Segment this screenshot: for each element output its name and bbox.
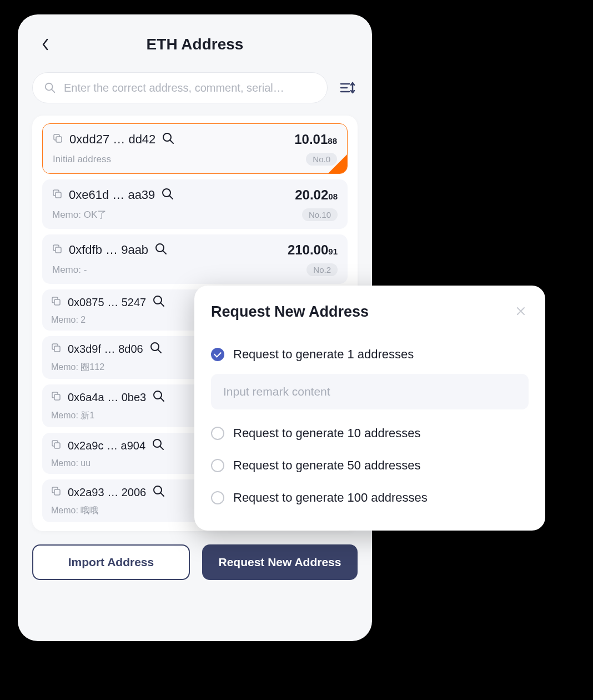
balance: 10.0188 — [294, 132, 337, 147]
address-item[interactable]: 0xe61d … aa39 20.0208 Memo: OK了 No.10 — [42, 179, 348, 229]
balance: 20.0208 — [295, 187, 338, 203]
option-generate-1[interactable]: Request to generate 1 addresses — [211, 338, 529, 371]
back-button[interactable] — [37, 36, 54, 53]
svg-rect-5 — [56, 192, 61, 198]
balance: 210.0091 — [288, 242, 338, 258]
lookup-icon[interactable] — [153, 485, 165, 499]
memo: Memo: 圈112 — [51, 362, 104, 373]
lookup-icon[interactable] — [153, 390, 165, 404]
radio-icon — [211, 459, 224, 472]
svg-rect-2 — [56, 137, 62, 142]
index-badge: No.2 — [306, 263, 338, 276]
svg-rect-11 — [54, 299, 60, 305]
address-text: 0x6a4a … 0be3 — [68, 391, 146, 404]
search-row — [32, 72, 358, 103]
copy-icon[interactable] — [51, 391, 61, 403]
sort-icon — [339, 79, 356, 96]
remark-input[interactable] — [211, 374, 529, 409]
close-icon — [515, 306, 526, 317]
copy-icon[interactable] — [52, 244, 62, 256]
header: ETH Address — [32, 31, 358, 58]
address-text: 0xdd27 … dd42 — [69, 132, 155, 147]
lookup-icon[interactable] — [162, 132, 174, 147]
memo: Memo: OK了 — [52, 208, 107, 221]
memo: Memo: 新1 — [51, 410, 94, 422]
option-generate-100[interactable]: Request to generate 100 addresses — [211, 482, 529, 514]
svg-rect-14 — [54, 346, 60, 352]
memo: Initial address — [53, 154, 111, 165]
address-text: 0x2a9c … a904 — [68, 439, 145, 452]
copy-icon[interactable] — [52, 189, 62, 201]
svg-rect-20 — [54, 443, 60, 448]
option-label: Request to generate 1 addresses — [233, 347, 414, 362]
memo: Memo: uu — [51, 458, 91, 468]
import-address-button[interactable]: Import Address — [32, 544, 190, 580]
memo: Memo: 哦哦 — [51, 505, 98, 517]
option-generate-50[interactable]: Request to generate 50 addresses — [211, 449, 529, 482]
option-generate-10[interactable]: Request to generate 10 addresses — [211, 417, 529, 449]
address-text: 0xe61d … aa39 — [69, 188, 155, 202]
lookup-icon[interactable] — [150, 342, 162, 356]
lookup-icon[interactable] — [152, 438, 164, 453]
index-badge: No.0 — [306, 153, 337, 166]
lookup-icon[interactable] — [162, 188, 174, 202]
copy-icon[interactable] — [53, 133, 63, 146]
address-text: 0x2a93 … 2006 — [68, 486, 146, 499]
lookup-icon[interactable] — [153, 295, 165, 309]
svg-rect-17 — [54, 394, 60, 400]
request-new-address-button[interactable]: Request New Address — [202, 544, 358, 580]
page-title: ETH Address — [147, 36, 244, 53]
sort-button[interactable] — [338, 78, 358, 98]
radio-icon — [211, 427, 224, 440]
svg-rect-8 — [56, 247, 61, 253]
modal-title: Request New Address — [211, 303, 369, 321]
index-badge: No.10 — [302, 208, 338, 221]
radio-icon — [211, 491, 224, 504]
svg-rect-23 — [54, 489, 60, 495]
option-label: Request to generate 100 addresses — [233, 491, 428, 505]
address-text: 0xfdfb … 9aab — [69, 243, 148, 257]
search-input[interactable] — [64, 82, 316, 94]
copy-icon[interactable] — [51, 486, 61, 498]
address-item[interactable]: 0xdd27 … dd42 10.0188 Initial address No… — [42, 123, 348, 174]
request-new-address-modal: Request New Address Request to generate … — [194, 286, 545, 531]
chevron-left-icon — [41, 38, 50, 51]
memo: Memo: 2 — [51, 315, 86, 325]
close-button[interactable] — [515, 306, 529, 319]
option-label: Request to generate 50 addresses — [233, 458, 421, 473]
memo: Memo: - — [52, 264, 87, 276]
copy-icon[interactable] — [51, 296, 61, 308]
address-text: 0x3d9f … 8d06 — [68, 343, 143, 356]
copy-icon[interactable] — [51, 439, 61, 452]
action-buttons: Import Address Request New Address — [32, 544, 358, 580]
address-item[interactable]: 0xfdfb … 9aab 210.0091 Memo: - No.2 — [42, 234, 348, 284]
search-box[interactable] — [32, 72, 328, 103]
lookup-icon[interactable] — [155, 243, 167, 257]
copy-icon[interactable] — [51, 343, 61, 355]
radio-checked-icon — [211, 348, 224, 361]
address-text: 0x0875 … 5247 — [68, 296, 146, 309]
option-label: Request to generate 10 addresses — [233, 426, 421, 441]
search-icon — [44, 82, 56, 94]
